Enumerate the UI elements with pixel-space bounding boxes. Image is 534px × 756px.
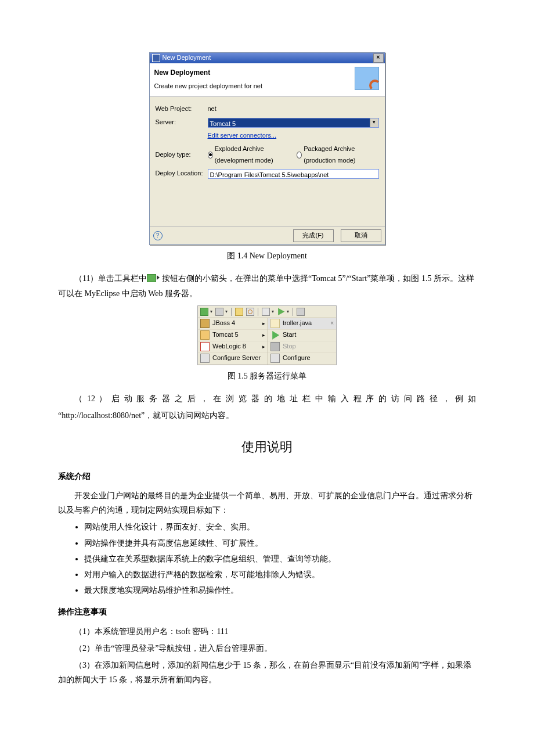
dialog-titlebar: New Deployment ×: [150, 53, 385, 63]
paragraph-12-line1: （ 12 ） 启 动 服 务 器 之 后 ， 在 浏 览 器 的 地 址 栏 中…: [58, 391, 476, 406]
server-combobox[interactable]: Tomcat 5 ▾: [208, 118, 379, 128]
chevron-right-icon: ▸: [262, 319, 265, 328]
toolbar: ▾ ▾ ▾ ▾: [198, 306, 336, 318]
radio-exploded[interactable]: Exploded Archive (development mode): [208, 143, 294, 167]
intro-paragraph: 开发企业门户网站的最终目的是为企业提供一个简单、易用、开放、可扩展的企业信息门户…: [58, 488, 476, 517]
caption-fig-1-4: 图 1.4 New Deployment: [58, 249, 476, 263]
bullet-item: 网站操作便捷并具有高度信息延续性、可扩展性。: [84, 536, 476, 550]
menu-item-tomcat[interactable]: Tomcat 5 ▸: [198, 330, 268, 341]
cancel-button[interactable]: 取消: [341, 229, 381, 242]
menu-item-start[interactable]: Start: [268, 330, 336, 341]
menu-item-stop: Stop: [268, 341, 336, 353]
configure-item-icon: [270, 354, 280, 363]
radio-icon-selected: [208, 152, 213, 159]
close-tab-icon[interactable]: ×: [330, 318, 334, 329]
menu-item-configure[interactable]: Configure: [268, 353, 336, 365]
dialog-title: New Deployment: [163, 52, 211, 64]
note-1: （1）本系统管理员用户名：tsoft 密码：111: [58, 624, 476, 639]
close-icon[interactable]: ×: [373, 53, 384, 63]
edit-connectors-link[interactable]: Edit server connectors...: [208, 130, 277, 142]
section-title-usage: 使用说明: [58, 435, 476, 459]
deploy-location-input[interactable]: D:\Program Files\Tomcat 5.5\webapps\net: [208, 169, 379, 179]
gear-icon[interactable]: [262, 308, 270, 316]
wizard-icon: [355, 67, 379, 90]
radio-packaged[interactable]: Packaged Archive (production mode): [297, 143, 378, 167]
title-icon: [152, 54, 160, 62]
chevron-down-icon[interactable]: ▾: [370, 118, 378, 127]
editor-tab[interactable]: troller.java ×: [268, 318, 336, 330]
jboss-icon: [200, 319, 210, 328]
dialog-header-title: New Deployment: [154, 67, 355, 80]
menu-item-weblogic[interactable]: WebLogic 8 ▸: [198, 341, 268, 353]
deploy-type-label: Deploy type:: [156, 149, 208, 161]
bullet-item: 对用户输入的数据进行严格的数据检索，尽可能地排除人为错误。: [84, 567, 476, 582]
extra-icon[interactable]: [297, 308, 305, 316]
server-submenu: troller.java × Start Stop Configure: [268, 318, 336, 365]
server-list: JBoss 4 ▸ Tomcat 5 ▸ WebLogic 8 ▸ Config…: [198, 318, 268, 365]
caption-fig-1-5: 图 1.5 服务器运行菜单: [58, 369, 476, 383]
dialog-body: Web Project: net Server: Tomcat 5 ▾ Edit…: [150, 97, 385, 226]
web-project-label: Web Project:: [156, 103, 208, 115]
debug-icon[interactable]: [215, 308, 223, 316]
intro-bullet-list: 网站使用人性化设计，界面友好、安全、实用。 网站操作便捷并具有高度信息延续性、可…: [58, 520, 476, 597]
java-file-icon: [270, 319, 280, 328]
subsection-notes: 操作注意事项: [58, 604, 476, 619]
weblogic-icon: [200, 342, 210, 351]
dialog-header: New Deployment Create new project deploy…: [150, 63, 385, 97]
paragraph-11: （11）单击工具栏中 按钮右侧的小箭头，在弹出的菜单中选择“Tomcat 5”/…: [58, 271, 476, 300]
folder-icon[interactable]: [235, 308, 243, 316]
finish-button[interactable]: 完成(F): [293, 229, 334, 242]
chevron-right-icon: ▸: [262, 342, 265, 351]
server-run-icon: [147, 274, 156, 282]
help-icon[interactable]: ?: [153, 231, 163, 240]
bullet-item: 提供建立在关系型数据库系统上的数字信息组织、管理、查询等功能。: [84, 552, 476, 566]
bullet-item: 最大限度地实现网站易维护性和易操作性。: [84, 583, 476, 597]
note-2: （2）单击“管理员登录”导航按钮，进入后台管理界面。: [58, 641, 476, 656]
dialog-header-subtitle: Create new project deployment for net: [154, 81, 355, 92]
dialog-footer: ? 完成(F) 取消: [150, 226, 385, 244]
new-deployment-dialog: New Deployment × New Deployment Create n…: [149, 52, 385, 245]
server-combo-value: Tomcat 5: [208, 118, 370, 127]
start-icon: [270, 330, 280, 340]
run-icon[interactable]: [200, 308, 208, 316]
chevron-right-icon: ▸: [262, 330, 265, 340]
refresh-icon[interactable]: [246, 308, 254, 316]
server-label: Server:: [156, 117, 208, 128]
paragraph-12-line2: “http://localhost:8080/net”，就可以访问网站内容。: [58, 408, 476, 423]
note-3: （3）在添加新闻信息时，添加的新闻信息少于 15 条，那么，在前台界面显示“目前…: [58, 658, 476, 687]
radio-icon: [297, 152, 302, 159]
server-menu-screenshot: ▾ ▾ ▾ ▾ JBoss 4 ▸ Tomcat 5 ▸ WebLogic 8: [197, 305, 337, 365]
play-icon[interactable]: [277, 308, 285, 316]
bullet-item: 网站使用人性化设计，界面友好、安全、实用。: [84, 520, 476, 534]
menu-item-configure-server[interactable]: Configure Server: [198, 353, 268, 365]
subsection-system-intro: 系统介绍: [58, 469, 476, 484]
tomcat-icon: [200, 330, 210, 340]
configure-icon: [200, 354, 210, 363]
web-project-value: net: [208, 103, 379, 115]
deploy-location-label: Deploy Location:: [156, 168, 208, 179]
dropdown-arrow-icon[interactable]: ▾: [210, 308, 212, 316]
stop-icon: [270, 342, 280, 351]
menu-item-jboss[interactable]: JBoss 4 ▸: [198, 318, 268, 330]
